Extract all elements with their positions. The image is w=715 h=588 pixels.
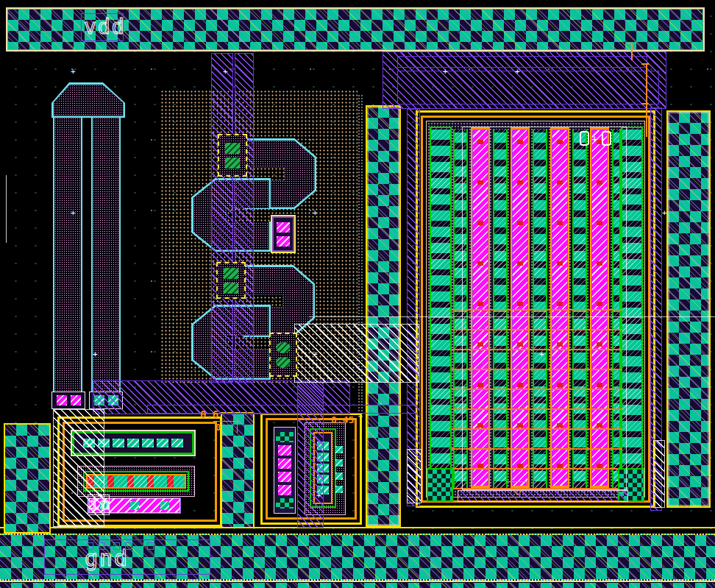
metal2-top-outline-2 [397,71,659,105]
ruler-mark-a-tick [627,43,633,44]
instance-name-glyph [147,542,154,550]
tap-cap [276,498,294,509]
guard-cap-left [427,468,453,502]
port-marker-left [580,131,589,146]
contact-square [130,501,139,510]
ruler-value-2: 0.45 [331,415,354,425]
mid-lower-tap[interactable] [221,412,255,528]
tap-column-left[interactable] [430,127,452,492]
ruler-bracket-v [237,421,238,433]
ruler-value: 0.6 [200,409,218,419]
grid-cross: + [93,350,98,358]
ruler-mark-b [646,63,647,137]
instance-name-glyph [113,542,120,550]
layout-canvas[interactable]: + [0,0,715,588]
contact-square [171,439,183,447]
contact-square [276,357,291,368]
hairpin-strap-left[interactable] [51,392,85,409]
grid-cross: + [313,350,318,358]
contact-square [224,283,238,294]
grid-cross: + [539,350,544,358]
port-marker-right [602,131,611,146]
dimension-marker-o [515,489,521,495]
poly-bus-bar[interactable] [458,490,628,502]
port-marker-plus: + [591,134,597,144]
contact-square [160,501,169,510]
dimension-marker-h [506,481,527,482]
res-via-box[interactable] [271,215,296,253]
gnd-rail-white-line [0,581,715,582]
contact-square [276,342,291,353]
via-square [277,222,290,233]
left-tap-block[interactable] [4,423,51,534]
via-square [71,395,81,405]
metal2-route-outline [147,405,418,414]
via-square [278,445,291,456]
res-contact-box-3[interactable] [269,333,297,377]
vdd-label[interactable]: vdd [84,17,126,38]
metal2-strip-1[interactable] [211,53,233,383]
hairpin-leg-left[interactable] [53,116,82,393]
via-square [57,395,67,405]
contact-square [335,446,343,453]
grid-cross: + [662,209,667,217]
grid-cross: + [313,209,318,217]
hairpin-cap[interactable] [51,82,125,118]
ruler-zero: 0 [216,423,221,432]
contact-square [157,439,168,447]
metal2-drop[interactable] [297,380,324,528]
metal2-top-outline-1 [397,56,647,68]
white-ruler-line [309,316,715,317]
via-square [278,458,291,469]
ruler-mark-b-tick2 [641,103,649,105]
contact-square [113,439,124,447]
contact-square [225,143,240,154]
ruler-mark-a [631,43,633,60]
tap-cap [276,432,294,442]
contact-square [335,486,343,493]
instance-name-glyph [87,542,93,550]
in-label[interactable]: in [90,497,111,512]
res-contact-box-1[interactable] [218,134,247,177]
yellow-line-above-gnd [0,527,715,528]
grid-cross: + [443,68,448,76]
gnd-label[interactable]: gnd [85,548,129,570]
via-square [278,472,291,482]
grid-cross: + [71,68,76,76]
grid-cross: + [316,492,321,500]
contact-square [142,439,154,447]
metal3-corner-left[interactable] [407,449,421,503]
hairpin-cap-fill [54,85,124,116]
grid-cross: + [223,68,228,76]
dimension-marker-v [527,481,527,490]
via-square [278,485,291,495]
instance-name-glyph [125,542,132,550]
metal2-strip-2[interactable] [235,53,254,383]
ruler-bracket-h [213,421,238,422]
grid-cross: + [515,68,520,76]
via-square [277,236,290,247]
gnd-rail-sliver [0,583,715,588]
contact-square [127,439,139,447]
metal2-left-of-block[interactable] [407,109,420,506]
instance-name-glyph [99,542,105,550]
ruler-mark-b-tick1 [641,63,649,65]
metal3-corner-right[interactable] [653,440,665,508]
white-edge-line [6,175,7,243]
contact-square [224,268,238,279]
mid-block-side-contacts [335,436,344,503]
res-contact-box-2[interactable] [216,262,246,299]
mid-block-via-stack[interactable] [274,427,296,514]
array-boundary [462,127,627,490]
right-tap-bar[interactable] [666,110,711,508]
contact-square [335,459,343,467]
contact-square [225,157,240,169]
grid-cross: + [71,209,76,217]
contact-square [335,472,343,480]
